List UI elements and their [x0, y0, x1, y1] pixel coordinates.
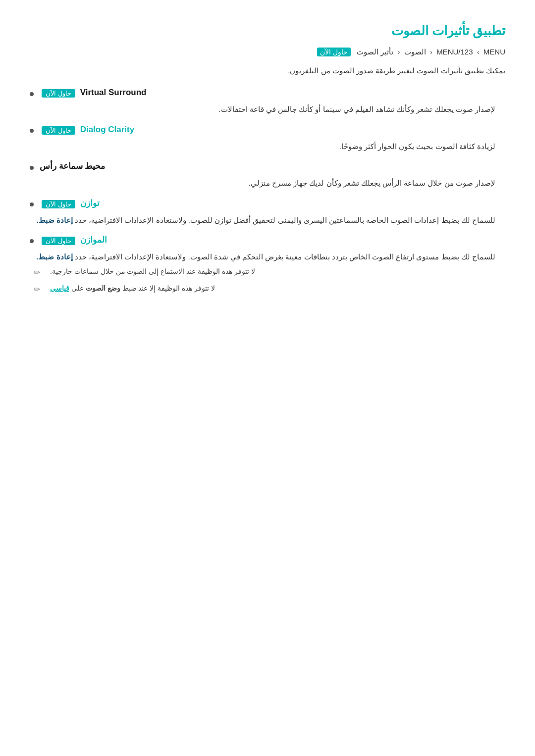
- head-surround-title: محيط سماعة رأس: [40, 159, 105, 174]
- breadcrumb-sep1: ‹: [477, 48, 482, 56]
- note-external-speakers-text: لا تتوفر هذه الوظيفة عند الاستماع إلى ال…: [50, 266, 255, 278]
- virtual-surround-desc: لإصدار صوت يجعلك تشعر وكأنك تشاهد الفيلم…: [30, 103, 505, 116]
- breadcrumb-menu123: MENU/123: [436, 48, 473, 56]
- balance-header: توازن حاول الآن: [30, 197, 505, 213]
- virtual-surround-badge[interactable]: حاول الآن: [42, 86, 75, 100]
- balance-badge[interactable]: حاول الآن: [42, 197, 75, 210]
- dialog-clarity-header: Dialog Clarity حاول الآن: [30, 123, 505, 139]
- breadcrumb-sound: الصوت: [404, 48, 426, 56]
- equalizer-bullet: [30, 239, 34, 243]
- equalizer-desc: للسماح لك بضبط مستوى ارتفاع الصوت الخاص …: [30, 251, 505, 263]
- head-surround-header: محيط سماعة رأس: [30, 159, 505, 176]
- breadcrumb-sound-effect: تأثير الصوت: [357, 48, 393, 56]
- equalizer-reset-link[interactable]: إعادة ضبط.: [36, 252, 72, 261]
- section-equalizer: الموازن حاول الآن للسماح لك بضبط مستوى ا…: [30, 233, 505, 296]
- note-pencil-icon-1: ✏: [34, 266, 40, 279]
- note-sound-mode-text: لا تتوفر هذه الوظيفة إلا عند ضبط وضع الص…: [50, 283, 215, 295]
- standard-teal: قياسي: [50, 284, 69, 292]
- virtual-surround-bullet: [30, 92, 34, 96]
- breadcrumb: MENU/123 ‹ MENU ‹ الصوت ‹ تأثير الصوت حا…: [30, 46, 505, 58]
- section-virtual-surround: Virtual Surround حاول الآن لإصدار صوت يج…: [30, 86, 505, 115]
- dialog-clarity-desc: لزيادة كثافة الصوت بحيث يكون الحوار أكثر…: [30, 140, 505, 153]
- balance-title: توازن: [80, 197, 100, 211]
- note-external-speakers: لا تتوفر هذه الوظيفة عند الاستماع إلى ال…: [30, 266, 505, 279]
- breadcrumb-menu: MENU: [483, 48, 505, 56]
- virtual-surround-title: Virtual Surround: [80, 86, 147, 100]
- intro-text: يمكنك تطبيق تأثيرات الصوت لتغيير طريقة ص…: [30, 64, 505, 77]
- section-head-surround: محيط سماعة رأس لإصدار صوت من خلال سماعة …: [30, 159, 505, 189]
- breadcrumb-try-now-badge[interactable]: حاول الآن: [317, 48, 351, 56]
- balance-bullet: [30, 202, 34, 206]
- section-dialog-clarity: Dialog Clarity حاول الآن لزيادة كثافة ال…: [30, 123, 505, 152]
- dialog-clarity-badge[interactable]: حاول الآن: [42, 123, 75, 137]
- dialog-clarity-title: Dialog Clarity: [80, 123, 135, 137]
- dialog-clarity-bullet: [30, 129, 34, 133]
- balance-desc: للسماح لك بضبط إعدادات الصوت الخاصة بالس…: [30, 214, 505, 227]
- note-sound-mode: لا تتوفر هذه الوظيفة إلا عند ضبط وضع الص…: [30, 283, 505, 296]
- head-surround-bullet: [30, 166, 34, 170]
- breadcrumb-sep3: ‹: [395, 48, 400, 56]
- sound-mode-bold: وضع الصوت: [86, 284, 120, 292]
- equalizer-title: الموازن: [80, 233, 107, 248]
- section-balance: توازن حاول الآن للسماح لك بضبط إعدادات ا…: [30, 197, 505, 226]
- page-title: تطبيق تأثيرات الصوت: [30, 20, 505, 42]
- equalizer-header: الموازن حاول الآن: [30, 233, 505, 250]
- note-pencil-icon-2: ✏: [34, 283, 40, 296]
- breadcrumb-sep2: ‹: [428, 48, 432, 56]
- equalizer-badge[interactable]: حاول الآن: [42, 234, 75, 247]
- head-surround-desc: لإصدار صوت من خلال سماعة الرأس يجعلك تشع…: [30, 177, 505, 190]
- virtual-surround-header: Virtual Surround حاول الآن: [30, 86, 505, 102]
- balance-reset-link[interactable]: إعادة ضبط.: [37, 216, 73, 224]
